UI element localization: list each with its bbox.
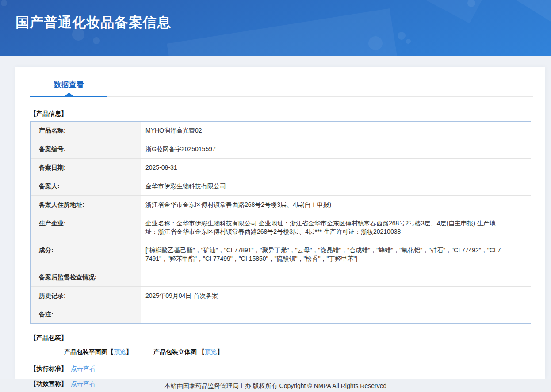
section-packaging-title: 【产品包装】 bbox=[30, 334, 532, 342]
banner-decor-circle bbox=[398, 32, 406, 40]
row-label: 成分: bbox=[31, 241, 141, 268]
row-filing-date: 备案日期: 2025-08-31 bbox=[31, 159, 531, 177]
packaging-row: 产品包装平面图【预览】 产品包装立体图 【预览】 bbox=[30, 348, 532, 356]
section-product-info-title: 【产品信息】 bbox=[30, 110, 532, 118]
row-value: 金华市伊彩生物科技有限公司 bbox=[141, 177, 531, 195]
banner-decor-circle bbox=[1, 0, 7, 6]
standard-view-link[interactable]: 点击查看 bbox=[71, 365, 96, 372]
packaging-flat-label: 产品包装平面图 bbox=[64, 348, 107, 355]
packaging-flat-preview-link[interactable]: 预览 bbox=[114, 348, 126, 355]
bracket-close: 】 bbox=[217, 348, 223, 355]
row-label: 备案人: bbox=[31, 177, 141, 195]
product-info-table: 产品名称: MYHO润泽高光膏02 备案编号: 浙G妆网备字2025015597… bbox=[30, 121, 531, 324]
banner-decor-polygon bbox=[167, 8, 399, 56]
row-remarks: 备注: bbox=[31, 305, 531, 323]
bracket-open: 【 bbox=[107, 348, 114, 355]
row-label: 备案人住所地址: bbox=[31, 196, 141, 214]
row-label: 备案后监督检查情况: bbox=[31, 268, 141, 286]
page-title: 国产普通化妆品备案信息 bbox=[15, 13, 171, 32]
row-label: 备案日期: bbox=[31, 159, 141, 177]
row-value: 浙江省金华市金东区傅村镇常春西路268号2号楼3层、4层(自主申报) bbox=[141, 196, 531, 214]
row-manufacturer: 生产企业: 企业名称：金华市伊彩生物科技有限公司 企业地址：浙江省金华市金东区傅… bbox=[31, 214, 531, 241]
row-label: 备注: bbox=[31, 305, 141, 323]
row-product-name: 产品名称: MYHO润泽高光膏02 bbox=[31, 122, 531, 140]
section-efficacy-title: 【功效宣称】 bbox=[30, 380, 67, 387]
row-value bbox=[141, 268, 531, 286]
footer-text: 本站由国家药品监督管理局主办 版权所有 Copyright © NMPA All… bbox=[165, 382, 386, 389]
banner-decor-circle bbox=[93, 37, 100, 44]
row-value: MYHO润泽高光膏02 bbox=[141, 122, 531, 140]
row-value: 浙G妆网备字2025015597 bbox=[141, 140, 531, 158]
row-value: 2025-08-31 bbox=[141, 159, 531, 177]
row-value: 企业名称：金华市伊彩生物科技有限公司 企业地址：浙江省金华市金东区傅村镇常春西路… bbox=[141, 214, 531, 241]
packaging-stereo-preview-link[interactable]: 预览 bbox=[205, 348, 217, 355]
banner-decor-circle bbox=[368, 36, 383, 50]
row-history: 历史记录: 2025年09月04日 首次备案 bbox=[31, 287, 531, 305]
banner-decor-circle bbox=[406, 39, 411, 44]
row-label: 产品名称: bbox=[31, 122, 141, 140]
row-filer-address: 备案人住所地址: 浙江省金华市金东区傅村镇常春西路268号2号楼3层、4层(自主… bbox=[31, 196, 531, 214]
tab-active-indicator bbox=[30, 96, 107, 97]
header-banner: 国产普通化妆品备案信息 bbox=[0, 0, 551, 56]
row-filer: 备案人: 金华市伊彩生物科技有限公司 bbox=[31, 177, 531, 196]
row-post-filing-inspection: 备案后监督检查情况: bbox=[31, 268, 531, 287]
row-value: 2025年09月04日 首次备案 bbox=[141, 287, 531, 305]
packaging-stereo-item: 产品包装立体图 【预览】 bbox=[153, 348, 223, 356]
standard-row: 【执行标准】点击查看 bbox=[30, 365, 532, 373]
banner-decor-polygon bbox=[505, 0, 551, 45]
tab-underline bbox=[30, 96, 533, 97]
row-label: 备案编号: bbox=[31, 140, 141, 158]
row-label: 生产企业: bbox=[31, 214, 141, 241]
packaging-stereo-label: 产品包装立体图 bbox=[153, 348, 199, 355]
row-label: 历史记录: bbox=[31, 287, 141, 305]
row-filing-number: 备案编号: 浙G妆网备字2025015597 bbox=[31, 140, 531, 159]
bracket-close: 】 bbox=[126, 348, 132, 355]
row-value: ["棕榈酸乙基己酯"，"矿油"，"CI 77891"，"聚异丁烯"，"云母"，"… bbox=[141, 241, 531, 268]
row-value bbox=[141, 305, 531, 323]
bracket-open: 【 bbox=[199, 348, 205, 355]
row-ingredients: 成分: ["棕榈酸乙基己酯"，"矿油"，"CI 77891"，"聚异丁烯"，"云… bbox=[31, 241, 531, 268]
content-card: 数据查看 【产品信息】 产品名称: MYHO润泽高光膏02 备案编号: 浙G妆网… bbox=[15, 67, 545, 379]
efficacy-view-link[interactable]: 点击查看 bbox=[71, 380, 96, 387]
tab-bar: 数据查看 bbox=[30, 80, 532, 97]
packaging-flat-item: 产品包装平面图【预览】 bbox=[64, 348, 132, 356]
section-standard-title: 【执行标准】 bbox=[30, 365, 67, 372]
